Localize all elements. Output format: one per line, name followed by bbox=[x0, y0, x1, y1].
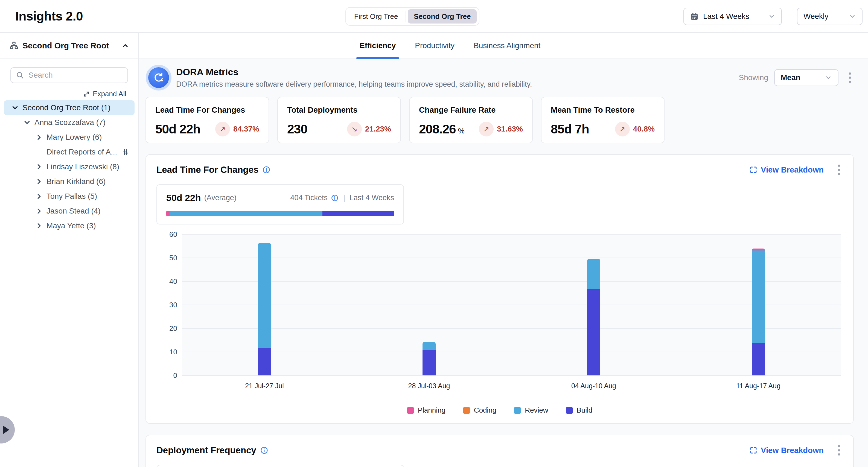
granularity-select[interactable]: Weekly bbox=[797, 8, 863, 25]
view-breakdown-link[interactable]: View Breakdown bbox=[749, 446, 824, 455]
metric-card-value-row: 230↘21.23% bbox=[287, 122, 391, 136]
deployment-kebab-menu-icon[interactable] bbox=[835, 443, 843, 458]
search-icon bbox=[16, 71, 24, 79]
info-icon[interactable] bbox=[260, 446, 268, 455]
x-axis-label: 21 Jul-27 Jul bbox=[245, 382, 284, 390]
metric-card-change-failure-rate: Change Failure Rate208.26%↗31.63% bbox=[409, 97, 533, 143]
dora-header: DORA Metrics DORA metrics measure softwa… bbox=[146, 66, 854, 90]
tree-item-label: Brian Kirkland (6) bbox=[46, 177, 105, 186]
lead-time-summary-card: 50d 22h (Average) 404 Tickets | Last 4 W… bbox=[156, 184, 404, 224]
chevron-right-icon[interactable] bbox=[35, 133, 43, 142]
bar-segment-review bbox=[587, 259, 600, 289]
legend-label: Coding bbox=[474, 406, 496, 414]
tree-item-anna-scozzafava-7[interactable]: Anna Scozzafava (7) bbox=[4, 115, 134, 130]
sidebar: Second Org Tree Root Expand All Second O… bbox=[0, 33, 139, 467]
stacked-bar-28-jul-03-aug bbox=[423, 342, 436, 375]
gridline bbox=[182, 375, 841, 376]
deployment-panel-header: Deployment Frequency View Breakdown bbox=[156, 443, 843, 458]
sidebar-header: Second Org Tree Root bbox=[0, 33, 138, 59]
tree-item-brian-kirkland-6[interactable]: Brian Kirkland (6) bbox=[4, 174, 134, 189]
metric-card-mean-time-to-restore: Mean Time To Restore85d 7h↗40.8% bbox=[541, 97, 664, 143]
x-axis-label: 04 Aug-10 Aug bbox=[571, 382, 616, 390]
trend-up-icon: ↗ bbox=[215, 122, 230, 136]
tree-item-direct-reports-of-a[interactable]: Direct Reports of A... bbox=[4, 145, 134, 159]
chevron-down-icon bbox=[849, 13, 856, 20]
dora-subtitle: DORA metrics measure software delivery p… bbox=[176, 80, 532, 89]
mean-select[interactable]: Mean bbox=[774, 69, 838, 86]
chevron-right-icon[interactable] bbox=[35, 222, 43, 230]
tree-item-second-org-tree-root-1[interactable]: Second Org Tree Root (1) bbox=[4, 100, 134, 115]
tree-item-lindsay-liszewski-8[interactable]: Lindsay Liszewski (8) bbox=[4, 159, 134, 174]
bar-segment-planning bbox=[752, 249, 765, 250]
chevron-right-icon[interactable] bbox=[35, 178, 43, 186]
chevron-right-icon[interactable] bbox=[35, 192, 43, 200]
legend-label: Build bbox=[577, 406, 593, 414]
collapse-sidebar-icon[interactable] bbox=[121, 42, 129, 50]
chart-plot: 0102030405060 bbox=[182, 234, 841, 375]
meta-divider: | bbox=[343, 193, 346, 203]
deployment-summary-card bbox=[156, 465, 404, 467]
tab-business-alignment[interactable]: Business Alignment bbox=[470, 33, 544, 59]
org-chart-icon bbox=[9, 41, 19, 50]
legend-swatch bbox=[407, 407, 414, 414]
dora-kebab-menu-icon[interactable] bbox=[846, 70, 854, 85]
view-breakdown-label: View Breakdown bbox=[761, 165, 824, 175]
expand-all-button[interactable]: Expand All bbox=[0, 90, 126, 98]
info-icon[interactable] bbox=[262, 166, 271, 174]
tree-item-mary-lowery-6[interactable]: Mary Lowery (6) bbox=[4, 130, 134, 145]
legend-swatch bbox=[514, 407, 521, 414]
search-box bbox=[10, 67, 128, 83]
y-axis-tick-label: 0 bbox=[158, 371, 177, 380]
tab-productivity[interactable]: Productivity bbox=[411, 33, 458, 59]
tree-item-maya-yette-3[interactable]: Maya Yette (3) bbox=[4, 218, 134, 233]
search-input[interactable] bbox=[28, 70, 123, 80]
chevron-right-icon[interactable] bbox=[35, 207, 43, 215]
metric-cards: Lead Time For Changes50d 22h↗84.37%Total… bbox=[146, 97, 854, 143]
metric-card-title: Mean Time To Restore bbox=[551, 105, 655, 115]
legend-swatch bbox=[463, 407, 470, 414]
bar-segment-build bbox=[423, 350, 436, 375]
legend-swatch bbox=[566, 407, 573, 414]
expand-breakdown-icon bbox=[749, 446, 757, 455]
metric-card-value-row: 85d 7h↗40.8% bbox=[551, 122, 655, 136]
metric-card-title: Total Deployments bbox=[287, 105, 391, 115]
gridline bbox=[182, 257, 841, 258]
tree-item-label: Direct Reports of A... bbox=[46, 148, 117, 156]
toggle-divider bbox=[406, 11, 406, 22]
metric-value-wrap: 230 bbox=[287, 122, 307, 136]
view-breakdown-link[interactable]: View Breakdown bbox=[749, 165, 824, 175]
period-select[interactable]: Last 4 Weeks bbox=[683, 8, 782, 25]
org-toggle-second-org-tree[interactable]: Second Org Tree bbox=[408, 9, 477, 24]
trend-up-icon: ↗ bbox=[615, 122, 630, 136]
org-toggle: First Org TreeSecond Org Tree bbox=[345, 7, 479, 26]
tab-efficiency[interactable]: Efficiency bbox=[356, 33, 399, 59]
chevron-down-icon[interactable] bbox=[11, 104, 19, 112]
y-axis-tick-label: 20 bbox=[158, 324, 177, 333]
org-tree: Second Org Tree Root (1)Anna Scozzafava … bbox=[0, 100, 138, 233]
chevron-right-icon[interactable] bbox=[35, 163, 43, 171]
phase-segment-review bbox=[169, 211, 322, 216]
sidebar-root-label: Second Org Tree Root bbox=[23, 41, 118, 50]
y-axis-tick-label: 30 bbox=[158, 301, 177, 309]
lead-time-kebab-menu-icon[interactable] bbox=[835, 162, 843, 177]
metric-value-wrap: 50d 22h bbox=[155, 122, 200, 136]
info-icon[interactable] bbox=[331, 194, 339, 202]
tree-item-jason-stead-4[interactable]: Jason Stead (4) bbox=[4, 204, 134, 218]
tree-item-label: Jason Stead (4) bbox=[46, 207, 101, 215]
filter-sliders-icon[interactable] bbox=[121, 148, 130, 156]
metric-card-lead-time-for-changes: Lead Time For Changes50d 22h↗84.37% bbox=[146, 97, 269, 143]
dora-controls: Showing Mean bbox=[739, 69, 854, 86]
metric-card-title: Lead Time For Changes bbox=[155, 105, 259, 115]
tree-item-label: Second Org Tree Root (1) bbox=[23, 103, 111, 112]
gridline bbox=[182, 352, 841, 352]
tree-item-label: Mary Lowery (6) bbox=[46, 133, 102, 142]
tree-item-tony-pallas-5[interactable]: Tony Pallas (5) bbox=[4, 189, 134, 204]
summary-period: Last 4 Weeks bbox=[349, 194, 394, 202]
top-bar: Insights 2.0 First Org TreeSecond Org Tr… bbox=[0, 0, 868, 33]
x-axis-label: 28 Jul-03 Aug bbox=[408, 382, 450, 390]
phase-distribution-bar bbox=[166, 211, 394, 216]
org-toggle-first-org-tree[interactable]: First Org Tree bbox=[348, 9, 404, 24]
dora-iteration-icon bbox=[148, 67, 169, 88]
chevron-down-icon[interactable] bbox=[23, 118, 31, 127]
metric-unit: % bbox=[458, 127, 465, 135]
